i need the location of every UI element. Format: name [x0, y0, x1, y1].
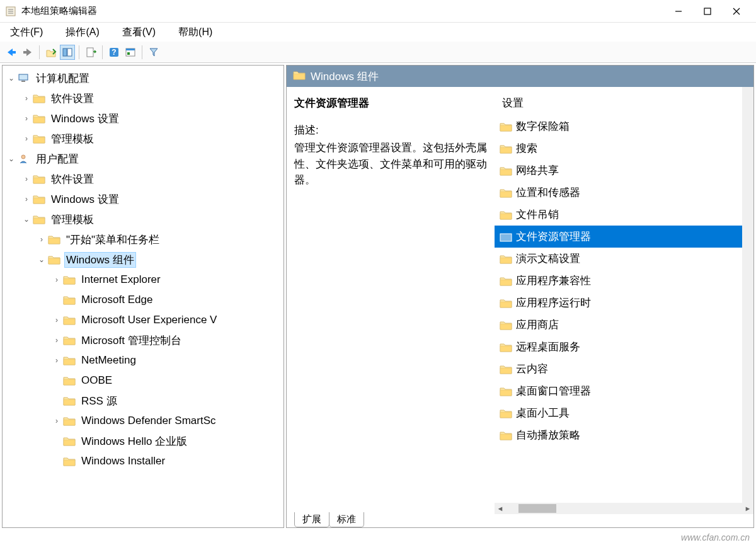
- chevron-right-icon[interactable]: ›: [50, 275, 63, 284]
- chevron-right-icon[interactable]: ›: [35, 235, 48, 244]
- list-item[interactable]: 网络共享: [495, 159, 753, 181]
- chevron-right-icon[interactable]: ›: [20, 134, 33, 143]
- folder-icon: [500, 408, 512, 419]
- list-item[interactable]: 桌面小工具: [495, 402, 753, 424]
- chevron-right-icon[interactable]: ›: [20, 175, 33, 183]
- svg-rect-12: [67, 49, 72, 56]
- menu-action[interactable]: 操作(A): [60, 23, 104, 42]
- list-item-label: 应用商店: [516, 318, 559, 332]
- chevron-right-icon[interactable]: ›: [20, 94, 33, 103]
- svg-rect-9: [12, 51, 16, 54]
- tree-start-taskbar[interactable]: › "开始"菜单和任务栏: [3, 229, 284, 250]
- chevron-right-icon[interactable]: ›: [50, 416, 63, 425]
- tree-edge[interactable]: Microsoft Edge: [3, 290, 284, 310]
- menu-bar: 文件(F) 操作(A) 查看(V) 帮助(H): [0, 23, 756, 42]
- tree-rss[interactable]: RSS 源: [3, 391, 284, 411]
- tree-admin-templates[interactable]: › 管理模板: [3, 129, 284, 149]
- title-bar: 本地组策略编辑器: [0, 0, 756, 23]
- scroll-thumb[interactable]: [518, 504, 556, 513]
- tab-standard[interactable]: 标准: [329, 512, 364, 527]
- scroll-left-icon[interactable]: ◄: [495, 505, 506, 512]
- export-button[interactable]: [83, 45, 98, 60]
- list-item[interactable]: 远程桌面服务: [495, 336, 753, 358]
- folder-icon: [33, 133, 45, 144]
- tree-defender[interactable]: › Windows Defender SmartSc: [3, 411, 284, 431]
- chevron-down-icon[interactable]: ⌄: [20, 215, 33, 224]
- list-item[interactable]: 文件资源管理器: [495, 226, 753, 248]
- tab-extended[interactable]: 扩展: [294, 512, 329, 527]
- chevron-down-icon[interactable]: ⌄: [5, 74, 18, 83]
- list-item[interactable]: 位置和传感器: [495, 181, 753, 204]
- list-item[interactable]: 云内容: [495, 358, 753, 380]
- folder-icon: [33, 93, 45, 104]
- list-item[interactable]: 应用程序兼容性: [495, 270, 753, 292]
- app-icon: [5, 6, 16, 17]
- chevron-down-icon[interactable]: ⌄: [5, 154, 18, 163]
- menu-file[interactable]: 文件(F): [5, 23, 48, 42]
- list-item[interactable]: 演示文稿设置: [495, 248, 753, 270]
- tree-scroll[interactable]: ⌄ 计算机配置 › 软件设置 › Windows 设置 › 管理模板 ⌄: [3, 66, 284, 527]
- tree-software-settings[interactable]: › 软件设置: [3, 88, 284, 108]
- tree-software-settings-2[interactable]: › 软件设置: [3, 169, 284, 189]
- chevron-right-icon[interactable]: ›: [50, 316, 63, 324]
- settings-column-header[interactable]: 设置: [495, 87, 753, 115]
- chevron-right-icon[interactable]: ›: [20, 114, 33, 123]
- chevron-right-icon[interactable]: ›: [20, 195, 33, 204]
- tree-windows-settings[interactable]: › Windows 设置: [3, 108, 284, 129]
- tree-windows-components[interactable]: ⌄ Windows 组件: [3, 250, 284, 270]
- menu-view[interactable]: 查看(V): [117, 23, 161, 42]
- horizontal-scrollbar[interactable]: ◄ ►: [495, 503, 753, 514]
- tree-mmc[interactable]: › Microsoft 管理控制台: [3, 330, 284, 350]
- tree-ie[interactable]: › Internet Explorer: [3, 270, 284, 290]
- svg-rect-13: [87, 48, 93, 57]
- list-item[interactable]: 数字保险箱: [495, 115, 753, 137]
- minimize-button[interactable]: [664, 0, 693, 23]
- scroll-right-icon[interactable]: ►: [742, 505, 753, 512]
- detail-header: Windows 组件: [287, 66, 753, 87]
- tree-label: 管理模板: [49, 212, 96, 227]
- list-item[interactable]: 文件吊销: [495, 204, 753, 226]
- forward-button[interactable]: [20, 45, 35, 60]
- list-item[interactable]: 桌面窗口管理器: [495, 380, 753, 402]
- detail-header-title: Windows 组件: [311, 69, 379, 84]
- folder-icon: [500, 297, 512, 309]
- show-hide-tree-button[interactable]: [60, 45, 75, 60]
- separator: [142, 45, 142, 59]
- tree-admin-templates-2[interactable]: ⌄ 管理模板: [3, 209, 284, 229]
- tree-oobe[interactable]: OOBE: [3, 370, 284, 391]
- tree-installer[interactable]: Windows Installer: [3, 451, 284, 471]
- tree-windows-settings-2[interactable]: › Windows 设置: [3, 189, 284, 209]
- help-button[interactable]: ?: [106, 45, 122, 60]
- tree-pane: ⌄ 计算机配置 › 软件设置 › Windows 设置 › 管理模板 ⌄: [2, 65, 284, 528]
- tree-label: 软件设置: [49, 91, 96, 106]
- chevron-right-icon[interactable]: ›: [50, 336, 63, 345]
- vertical-scrollbar[interactable]: [742, 87, 753, 503]
- separator: [79, 45, 79, 59]
- folder-icon: [500, 187, 512, 198]
- menu-help[interactable]: 帮助(H): [173, 23, 217, 42]
- list-item-label: 文件资源管理器: [516, 229, 591, 244]
- list-item[interactable]: 搜索: [495, 137, 753, 159]
- detail-description-pane: 文件资源管理器 描述: 管理文件资源管理器设置。这包括外壳属性、文件夹选项、文件…: [287, 87, 495, 514]
- list-item[interactable]: 应用商店: [495, 314, 753, 336]
- maximize-button[interactable]: [693, 0, 722, 23]
- chevron-down-icon[interactable]: ⌄: [35, 255, 48, 264]
- tree-label: 计算机配置: [34, 71, 91, 86]
- list-item[interactable]: 应用程序运行时: [495, 292, 753, 314]
- properties-button[interactable]: [123, 45, 138, 60]
- tree-mue[interactable]: › Microsoft User Experience V: [3, 310, 284, 330]
- tree-netmeeting[interactable]: › NetMeeting: [3, 350, 284, 370]
- folder-icon: [63, 314, 76, 326]
- list-item[interactable]: 自动播放策略: [495, 424, 753, 446]
- tree-user-config[interactable]: ⌄ 用户配置: [3, 149, 284, 169]
- tree-computer-config[interactable]: ⌄ 计算机配置: [3, 68, 284, 88]
- folder-icon: [63, 415, 76, 427]
- list-item-label: 自动播放策略: [516, 428, 580, 442]
- close-button[interactable]: [722, 0, 751, 23]
- folder-icon: [500, 386, 512, 397]
- up-button[interactable]: [43, 45, 59, 60]
- back-button[interactable]: [4, 45, 19, 60]
- tree-hello[interactable]: Windows Hello 企业版: [3, 431, 284, 451]
- chevron-right-icon[interactable]: ›: [50, 356, 63, 365]
- filter-button[interactable]: [146, 45, 161, 60]
